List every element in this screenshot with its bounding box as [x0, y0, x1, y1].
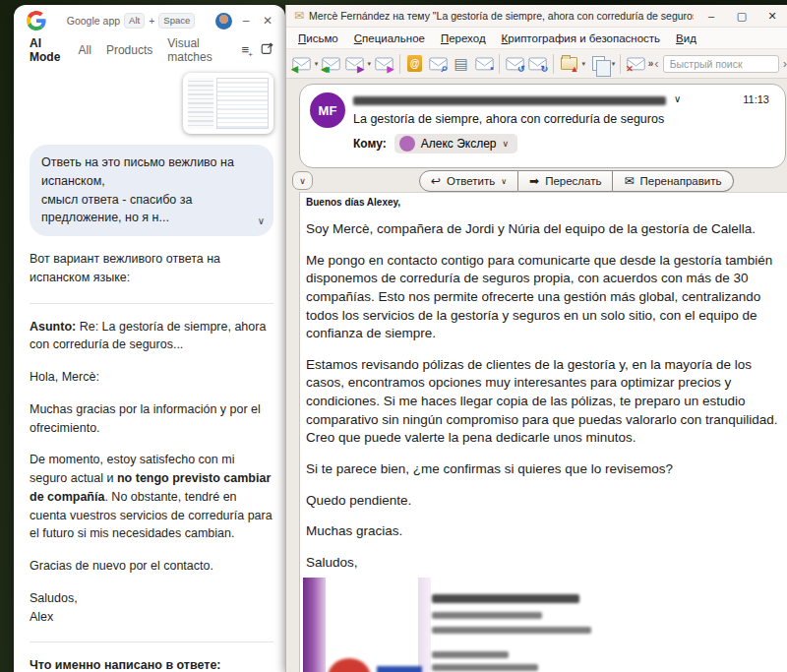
attached-screenshot-thumbnail[interactable]: [183, 73, 273, 134]
redacted-signature-name: [432, 594, 579, 603]
company-logo: [328, 658, 371, 672]
redacted-signature-email: [432, 627, 591, 634]
body-greeting: Buenos días Alexey,: [306, 197, 783, 208]
close-button[interactable]: ✕: [260, 14, 275, 28]
message-body[interactable]: Buenos días Alexey, Soy Mercè, compañera…: [299, 192, 787, 672]
forward-action-button[interactable]: ➡ Переслать: [518, 170, 613, 192]
recipient-chip[interactable]: Алекс Экслер ∨: [394, 134, 517, 153]
draft-body: De momento, estoy satisfecho con mi segu…: [30, 451, 273, 543]
close-button[interactable]: ✕: [759, 10, 785, 23]
message-header-card: MF ∨ 11:13 La gestoría de siempre, ahora…: [299, 84, 786, 168]
toolbar-separator: [499, 54, 500, 74]
collapse-header-button[interactable]: ∨: [292, 171, 313, 190]
user-avatar[interactable]: [215, 13, 232, 30]
find-message-button[interactable]: ⌕: [427, 52, 449, 76]
signature-accent-bar-light: [418, 578, 431, 672]
sender-details-chevron-icon[interactable]: ∨: [674, 93, 681, 104]
body-paragraph: Saludos,: [306, 554, 783, 573]
draft-closing: Gracias de nuevo por el contacto.: [30, 557, 273, 576]
menu-pismo[interactable]: Письмо: [290, 32, 346, 44]
toolbar-separator: [620, 54, 621, 74]
move-to-folder-button[interactable]: ▲: [558, 52, 579, 76]
redacted-sender-address: [353, 96, 666, 105]
menu-special[interactable]: Специальное: [346, 32, 433, 44]
minimize-button[interactable]: –: [698, 10, 724, 22]
menu-perehod[interactable]: Переход: [433, 32, 494, 44]
sender-avatar[interactable]: MF: [310, 92, 345, 128]
reply-all-button[interactable]: ◀◀: [320, 52, 341, 76]
chat-scroll-area[interactable]: Ответь на это письмо вежливо на испанско…: [14, 63, 285, 672]
divider: [30, 641, 273, 642]
body-paragraph: Quedo pendiente.: [306, 492, 783, 511]
forward-button[interactable]: ▶: [343, 52, 365, 76]
redirect-button[interactable]: ▶: [373, 52, 394, 76]
message-subject: La gestoría de siempre, ahora con corred…: [353, 112, 773, 126]
mail-titlebar: ✉ Mercè Fernández на тему "La gestoría d…: [286, 5, 787, 28]
reply-button[interactable]: ◀: [290, 52, 312, 76]
user-prompt-line1: Ответь на это письмо вежливо на испанско…: [41, 153, 250, 191]
app-label: Google app: [67, 15, 120, 27]
receive-mail-button[interactable]: ↺: [504, 52, 525, 76]
maximize-button[interactable]: ▢: [729, 10, 755, 23]
move-dropdown-icon[interactable]: ▾: [580, 60, 586, 68]
tab-products[interactable]: Products: [106, 43, 152, 57]
message-actions: ↩ Ответить ∨ ➡ Переслать ✉ Перенаправить: [419, 170, 734, 192]
forward-dropdown-icon[interactable]: ▾: [366, 60, 372, 68]
save-message-button[interactable]: ▪: [473, 52, 495, 76]
redirect-action-button[interactable]: ✉ Перенаправить: [613, 170, 733, 192]
compose-icon[interactable]: [261, 42, 273, 58]
reply-dropdown-icon[interactable]: ▾: [313, 60, 319, 68]
draft-thanks: Muchas gracias por la información y por …: [30, 400, 273, 438]
address-book-button[interactable]: @: [403, 52, 425, 76]
summary-title: Что именно написано в ответе:: [30, 656, 273, 672]
redirect-envelope-icon: ✉: [624, 174, 634, 188]
delete-message-button[interactable]: ✕: [625, 52, 646, 76]
collapse-search-left-icon[interactable]: ‹: [654, 56, 658, 71]
kbd-joiner: +: [149, 15, 154, 27]
mail-window-title: Mercè Fernández на тему "La gestoría de …: [309, 10, 694, 22]
redacted-signature-address: [432, 664, 538, 671]
body-paragraph: Muchas gracias.: [306, 522, 783, 541]
body-paragraph: Si te parece bien, ¿me confirmas si quie…: [306, 460, 783, 479]
menu-vid[interactable]: Вид: [668, 32, 704, 44]
draft-subject-line: Asunto: Re: La gestoría de siempre, ahor…: [30, 318, 273, 355]
redacted-signature-title: [432, 612, 542, 619]
new-list-icon[interactable]: ≡+: [241, 42, 249, 57]
user-prompt-bubble[interactable]: Ответь на это письмо вежливо на испанско…: [30, 145, 273, 236]
envelope-icon: ✉: [294, 9, 304, 23]
reply-options-chevron-icon[interactable]: ∨: [501, 177, 507, 186]
signature-accent-bar: [303, 578, 326, 672]
toolbar-overflow-icon[interactable]: »: [648, 58, 654, 69]
collapse-search-right-icon[interactable]: ›: [783, 56, 787, 71]
tab-all[interactable]: All: [79, 43, 91, 57]
recipient-avatar: [399, 136, 415, 152]
tab-ai-mode[interactable]: AI Mode: [30, 36, 64, 64]
draft-signoff: Saludos, Alex: [30, 589, 273, 627]
copy-dropdown-icon[interactable]: ▾: [611, 60, 617, 68]
signature-block: [306, 578, 783, 672]
quick-search-input[interactable]: [663, 55, 779, 73]
divider: [30, 303, 273, 304]
toolbar-separator: [399, 54, 400, 74]
redacted-company-name: [377, 666, 422, 672]
mail-client-window: ✉ Mercè Fernández на тему "La gestoría d…: [285, 5, 787, 672]
minimize-button[interactable]: –: [238, 14, 254, 28]
redacted-signature-phone: [432, 651, 509, 658]
recipient-chevron-icon[interactable]: ∨: [503, 139, 510, 149]
tab-visual-matches[interactable]: Visual matches: [167, 36, 226, 64]
check-mail-button[interactable]: ↻: [527, 52, 549, 76]
user-prompt-line2: смысл ответа - спасибо за предложение, н…: [41, 191, 250, 228]
recipient-name: Алекс Экслер: [421, 137, 497, 151]
window-title: Google app Alt + Space: [52, 13, 210, 29]
body-paragraph: Soy Mercè, compañera de Jordi y Núria de…: [306, 220, 783, 239]
menu-crypto[interactable]: Криптография и безопасность: [494, 32, 668, 44]
print-button[interactable]: ▤: [450, 52, 471, 76]
menu-bar: Письмо Специальное Переход Криптография …: [286, 28, 787, 49]
reply-arrow-icon: ↩: [431, 174, 441, 188]
reply-action-button[interactable]: ↩ Ответить ∨: [419, 170, 518, 192]
kbd-space: Space: [158, 13, 195, 29]
expand-prompt-chevron-icon[interactable]: ∨: [258, 214, 265, 228]
copy-to-folder-button[interactable]: [587, 52, 609, 76]
forward-arrow-icon: ➡: [529, 174, 539, 188]
message-view: MF ∨ 11:13 La gestoría de siempre, ahora…: [286, 79, 787, 672]
